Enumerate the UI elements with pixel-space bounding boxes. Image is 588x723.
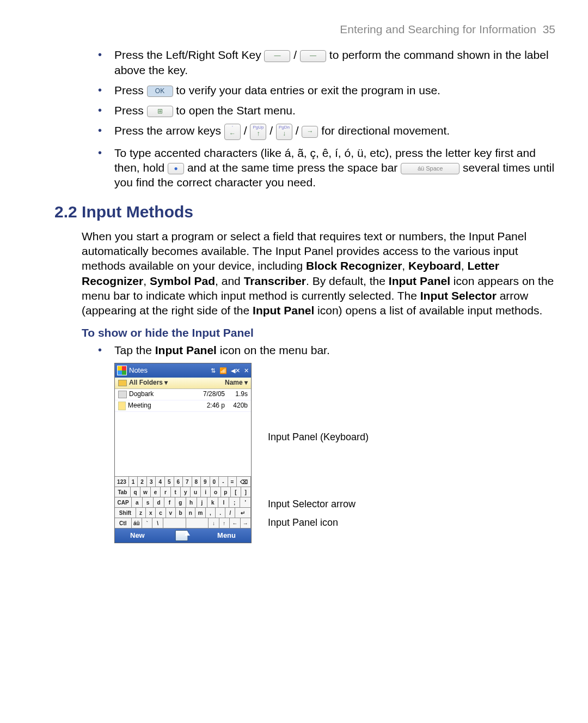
device-titlebar: Notes ⇅ 📶 ◀✕ ✕ [115, 363, 251, 378]
page-number: 35 [543, 23, 555, 35]
bullet-arrows: Press the arrow keys ’← / PgUp↑ / PgDn↓ … [114, 123, 555, 139]
device-screenshot: Notes ⇅ 📶 ◀✕ ✕ All Folders ▾ Name ▾ Dogb… [114, 363, 252, 543]
sub-heading: To show or hide the Input Panel [82, 325, 555, 340]
start-flag-icon [117, 366, 127, 375]
figure-input-panel: Notes ⇅ 📶 ◀✕ ✕ All Folders ▾ Name ▾ Dogb… [114, 363, 555, 543]
arrow-up-icon: PgUp↑ [250, 124, 266, 140]
note-icon [118, 402, 126, 410]
section-paragraph: When you start a program or select a fie… [82, 229, 555, 318]
sync-icon: ⇅ [211, 367, 216, 374]
sub-bullet-tap: Tap the Input Panel icon on the menu bar… [114, 343, 555, 357]
page-header: Entering and Searching for Information 3… [54, 22, 555, 37]
arrow-right-icon: → [302, 126, 318, 138]
section-heading: 2.2 Input Methods [54, 201, 555, 222]
bullet-softkey: Press the Left/Right Soft Key — / — to p… [114, 47, 555, 77]
arrow-down-icon: PgDn↓ [276, 124, 292, 140]
input-panel-keyboard: 1231234567890-=⌫ Tabqwertyuiop[] CAPasdf… [115, 476, 251, 528]
device-subbar: All Folders ▾ Name ▾ [115, 378, 251, 389]
list-item: Dogbark 7/28/05 1.9s [115, 389, 251, 400]
space-key-icon: áü Space [401, 163, 460, 174]
callout-icon: Input Panel icon [268, 517, 369, 529]
device-bottombar: New Menu [115, 528, 251, 543]
fn-dot-icon: ● [168, 163, 184, 175]
chapter-title: Entering and Searching for Information [340, 23, 536, 35]
sound-icon [118, 391, 127, 398]
softkey-left-icon: — [264, 50, 290, 62]
new-softkey: New [130, 531, 145, 540]
folder-icon [118, 380, 127, 386]
device-list: Dogbark 7/28/05 1.9s Meeting 2:46 p 420b [115, 389, 251, 476]
device-app-title: Notes [129, 366, 148, 375]
section-number: 2.2 [54, 203, 77, 221]
menu-softkey: Menu [217, 531, 236, 540]
input-selector-arrow-icon [185, 531, 190, 536]
intro-bullet-list: Press the Left/Right Soft Key — / — to p… [54, 47, 555, 190]
close-icon: ✕ [244, 367, 249, 374]
ok-key-icon: OK [147, 86, 173, 98]
name-column-header: Name ▾ [225, 379, 248, 387]
section-title: Input Methods [82, 203, 193, 221]
signal-icon: 📶 [219, 367, 227, 374]
figure-callouts: Input Panel (Keyboard) Input Selector ar… [268, 363, 369, 529]
softkey-right-icon: — [300, 50, 326, 62]
callout-keyboard: Input Panel (Keyboard) [268, 431, 369, 443]
start-key-icon: ⊞ [147, 106, 173, 118]
arrow-left-icon: ’← [224, 124, 241, 140]
list-item: Meeting 2:46 p 420b [115, 400, 251, 412]
folders-dropdown: All Folders ▾ [129, 379, 168, 386]
volume-icon: ◀✕ [231, 367, 240, 374]
sub-bullet-list: Tap the Input Panel icon on the menu bar… [54, 343, 555, 357]
bullet-start: Press ⊞ to open the Start menu. [114, 103, 555, 118]
bullet-ok: Press OK to verify your data entries or … [114, 83, 555, 98]
callout-selector: Input Selector arrow [268, 498, 369, 511]
bullet-accented: To type accented characters (like á, ã, … [114, 145, 555, 190]
